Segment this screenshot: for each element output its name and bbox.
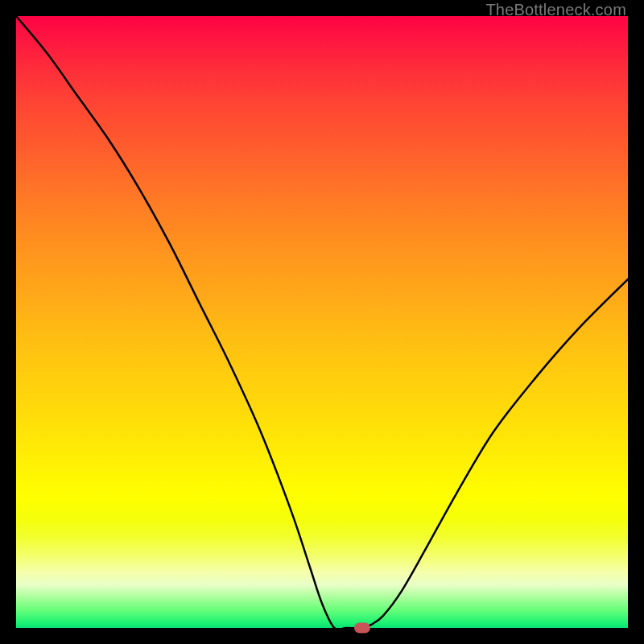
bottleneck-curve <box>16 16 628 630</box>
plot-area <box>16 16 628 628</box>
optimal-point-marker <box>354 623 370 634</box>
curve-layer <box>16 16 628 628</box>
chart-frame: TheBottleneck.com <box>0 0 644 644</box>
watermark-text: TheBottleneck.com <box>485 1 626 19</box>
